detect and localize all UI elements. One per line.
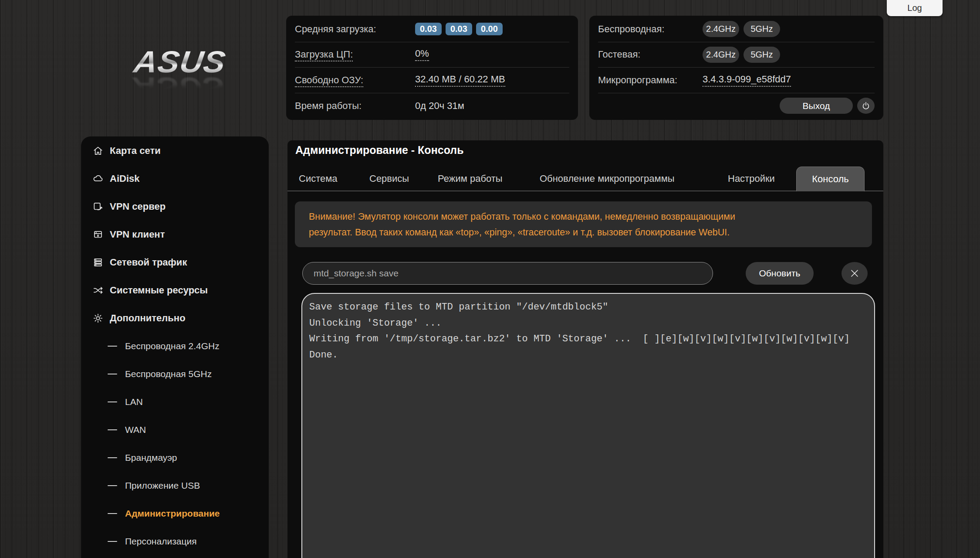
sidebar-subitem-label: Персонализация bbox=[125, 536, 197, 547]
dash-icon bbox=[108, 457, 117, 458]
cpu-load-label: Загрузка ЦП: bbox=[295, 49, 415, 60]
warning-line-1: Внимание! Эмулятор консоли может работат… bbox=[309, 209, 858, 225]
guest-5ghz-button[interactable]: 5GHz bbox=[743, 47, 780, 63]
reboot-button[interactable] bbox=[857, 98, 875, 114]
sidebar-item-label: Системные ресурсы bbox=[110, 285, 208, 296]
page-title: Администрирование - Консоль bbox=[295, 144, 464, 157]
command-input[interactable] bbox=[302, 262, 713, 285]
free-ram-row: Свободно ОЗУ: 32.40 MB / 60.22 MB bbox=[295, 68, 569, 93]
refresh-button[interactable]: Обновить bbox=[746, 262, 814, 285]
uptime-row: Время работы: 0д 20ч 31м bbox=[295, 93, 569, 119]
log-button[interactable]: Log bbox=[887, 0, 943, 16]
console-warning: Внимание! Эмулятор консоли может работат… bbox=[295, 201, 872, 247]
sidebar-subitem-label: Беспроводная 2.4GHz bbox=[125, 341, 220, 351]
dash-icon bbox=[108, 485, 117, 486]
tab-console[interactable]: Консоль bbox=[796, 167, 865, 191]
gear-icon bbox=[92, 313, 104, 324]
sidebar-item-network-traffic[interactable]: Сетевой трафик bbox=[81, 248, 269, 276]
console-output-line: Save storage files to MTD partition "/de… bbox=[309, 299, 874, 316]
console-output-line: Writing from '/tmp/storage.tar.bz2' to M… bbox=[309, 331, 874, 347]
tab-system[interactable]: Система bbox=[299, 167, 338, 191]
logout-row: Выход bbox=[598, 93, 875, 119]
home-icon bbox=[92, 145, 104, 157]
asus-logo: ASUS ASUS bbox=[117, 47, 243, 103]
console-output-line: Done. bbox=[309, 347, 874, 364]
system-stats-panel: Средняя загрузка: 0.030.030.00 Загрузка … bbox=[286, 16, 578, 120]
shuffle-icon bbox=[92, 285, 104, 296]
wireless-row: Беспроводная: 2.4GHz 5GHz bbox=[598, 17, 875, 42]
firmware-row: Микропрограмма: 3.4.3.9-099_e58fdd7 bbox=[598, 68, 875, 93]
traffic-icon bbox=[92, 257, 104, 268]
sidebar-item-label: AiDisk bbox=[110, 173, 139, 184]
sidebar-item-administration[interactable]: Администрирование bbox=[81, 500, 269, 527]
sidebar-subitem-label: Приложение USB bbox=[125, 480, 200, 491]
sidebar-item-system-resources[interactable]: Системные ресурсы bbox=[81, 276, 269, 304]
sidebar-item-label: Карта сети bbox=[110, 145, 161, 157]
dash-icon bbox=[108, 541, 117, 542]
tab-services[interactable]: Сервисы bbox=[369, 167, 409, 191]
wireless-24ghz-button[interactable]: 2.4GHz bbox=[703, 21, 739, 37]
console-output[interactable]: Save storage files to MTD partition "/de… bbox=[301, 293, 875, 558]
sidebar-item-network-map[interactable]: Карта сети bbox=[81, 137, 269, 165]
sidebar-item-vpn-client[interactable]: VPN клиент bbox=[81, 221, 269, 248]
sidebar-item-label: Дополнительно bbox=[110, 313, 186, 324]
sidebar-subitem-label: WAN bbox=[125, 425, 146, 435]
cpu-load-row: Загрузка ЦП: 0% bbox=[295, 42, 569, 68]
sidebar-item-label: Сетевой трафик bbox=[110, 257, 187, 268]
free-ram-label: Свободно ОЗУ: bbox=[295, 75, 415, 86]
sidebar-item-firewall[interactable]: Брандмауэр bbox=[81, 444, 269, 472]
free-ram-value: 32.40 MB / 60.22 MB bbox=[415, 74, 505, 87]
load-average-row: Средняя загрузка: 0.030.030.00 bbox=[295, 17, 569, 42]
uptime-label: Время работы: bbox=[295, 100, 415, 112]
tab-settings[interactable]: Настройки bbox=[728, 167, 775, 191]
sidebar-item-wireless-5ghz[interactable]: Беспроводная 5GHz bbox=[81, 360, 269, 388]
cpu-load-value: 0% bbox=[415, 48, 429, 61]
asus-logo-reflection: ASUS bbox=[115, 74, 245, 102]
dash-icon bbox=[108, 346, 117, 347]
clear-button[interactable] bbox=[841, 262, 868, 285]
dash-icon bbox=[108, 374, 117, 374]
asus-logo-text: ASUS bbox=[115, 48, 245, 76]
dash-icon bbox=[108, 401, 117, 402]
sidebar-item-lan[interactable]: LAN bbox=[81, 388, 269, 416]
page-background: Log ASUS ASUS Средняя загрузка: 0.030.03… bbox=[0, 0, 980, 558]
load-badge-1m: 0.03 bbox=[415, 23, 442, 35]
sidebar-subitem-label: Беспроводная 5GHz bbox=[125, 369, 212, 379]
sidebar-item-label: VPN сервер bbox=[110, 201, 166, 212]
load-average-badges: 0.030.030.00 bbox=[415, 23, 507, 35]
guest-row: Гостевая: 2.4GHz 5GHz bbox=[598, 42, 875, 68]
load-badge-5m: 0.03 bbox=[446, 23, 472, 35]
sidebar-subitem-label: Администрирование bbox=[125, 508, 220, 519]
wireless-label: Беспроводная: bbox=[598, 24, 703, 35]
guest-24ghz-button[interactable]: 2.4GHz bbox=[703, 47, 739, 63]
sidebar-item-advanced[interactable]: Дополнительно bbox=[81, 304, 269, 332]
logout-button[interactable]: Выход bbox=[780, 98, 853, 114]
firmware-version-link[interactable]: 3.4.3.9-099_e58fdd7 bbox=[703, 74, 791, 87]
sidebar-item-aidisk[interactable]: AiDisk bbox=[81, 165, 269, 193]
load-average-label: Средняя загрузка: bbox=[295, 24, 415, 35]
warning-line-2: результат. Ввод таких команд как «top», … bbox=[309, 225, 858, 240]
tab-separator-line bbox=[287, 191, 883, 191]
load-badge-15m: 0.00 bbox=[476, 23, 503, 35]
dash-icon bbox=[108, 429, 117, 430]
guest-label: Гостевая: bbox=[598, 49, 703, 60]
power-icon bbox=[861, 101, 871, 111]
sidebar-item-vpn-server[interactable]: VPN сервер bbox=[81, 193, 269, 221]
close-icon bbox=[849, 268, 860, 279]
sidebar-item-usb-application[interactable]: Приложение USB bbox=[81, 472, 269, 500]
vpn-client-icon bbox=[92, 229, 104, 240]
dash-icon bbox=[108, 513, 117, 514]
sidebar: Карта сети AiDisk VPN сервер VPN клиент … bbox=[81, 136, 269, 558]
tab-firmware-upgrade[interactable]: Обновление микропрограммы bbox=[540, 167, 675, 191]
vpn-server-icon bbox=[92, 201, 104, 212]
wireless-5ghz-button[interactable]: 5GHz bbox=[743, 21, 780, 37]
firmware-label: Микропрограмма: bbox=[598, 75, 703, 86]
sidebar-item-personalization[interactable]: Персонализация bbox=[81, 527, 269, 555]
wireless-panel: Беспроводная: 2.4GHz 5GHz Гостевая: 2.4G… bbox=[589, 16, 883, 120]
sidebar-item-label: VPN клиент bbox=[110, 229, 165, 240]
sidebar-item-wan[interactable]: WAN bbox=[81, 416, 269, 444]
sidebar-subitem-label: Брандмауэр bbox=[125, 453, 177, 463]
tab-operation-mode[interactable]: Режим работы bbox=[438, 167, 503, 191]
uptime-value: 0д 20ч 31м bbox=[415, 100, 464, 112]
sidebar-item-wireless-24ghz[interactable]: Беспроводная 2.4GHz bbox=[81, 332, 269, 360]
